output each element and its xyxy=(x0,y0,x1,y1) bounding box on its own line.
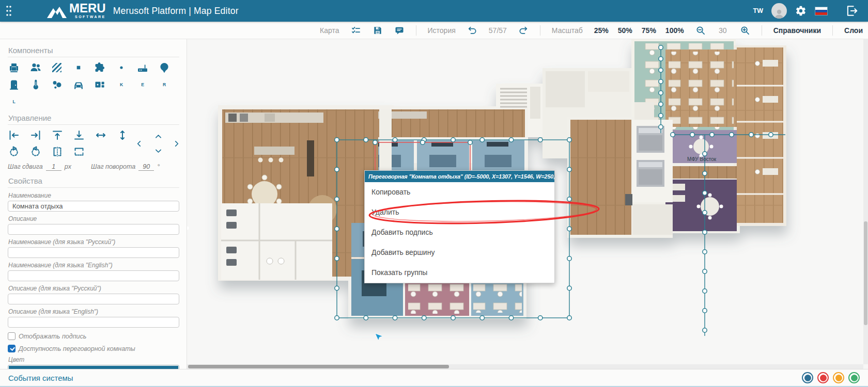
door-icon[interactable] xyxy=(8,78,20,91)
puzzle-icon[interactable] xyxy=(94,61,106,74)
flip-h-icon[interactable] xyxy=(51,146,64,158)
car-icon[interactable] xyxy=(72,78,85,91)
rotate-cw-icon[interactable] xyxy=(8,146,20,158)
context-menu-item[interactable]: Добавить вершину xyxy=(365,243,554,263)
align-right-icon[interactable] xyxy=(29,129,42,141)
rotate-ccw-icon[interactable] xyxy=(29,146,42,158)
zoom-value-input[interactable]: 30 xyxy=(717,26,729,35)
history-label: История xyxy=(428,26,456,35)
field-label: Наименование (для языка "English") xyxy=(8,262,179,269)
redo-icon[interactable] xyxy=(518,25,529,36)
main-area: Компоненты Управление Шаг сдвига 1 px Ша… xyxy=(0,39,868,369)
property-input[interactable] xyxy=(8,201,179,212)
align-bottom-icon[interactable] xyxy=(73,129,85,141)
key-e-icon[interactable] xyxy=(136,78,149,91)
property-input[interactable] xyxy=(8,224,179,235)
step-settings: Шаг сдвига 1 px Шаг поворота 90 ° xyxy=(8,163,179,171)
flag-russia-icon[interactable] xyxy=(815,7,828,15)
checkbox[interactable] xyxy=(8,332,16,340)
zoom-preset-25[interactable]: 25% xyxy=(594,26,609,35)
property-input[interactable] xyxy=(8,247,179,258)
map-pin-icon[interactable] xyxy=(375,333,383,341)
checklist-icon[interactable] xyxy=(351,25,361,36)
system-events-label[interactable]: События системы xyxy=(8,374,73,382)
references-button[interactable]: Справочники xyxy=(773,26,821,35)
property-input[interactable] xyxy=(8,294,179,304)
toolbar-divider xyxy=(832,25,833,36)
avatar[interactable] xyxy=(771,3,787,19)
context-menu: Переговорная "Комната отдыха" (ID=-5000,… xyxy=(364,170,555,283)
comment-icon[interactable] xyxy=(394,25,405,36)
workplace-icon[interactable] xyxy=(8,61,20,74)
property-input[interactable] xyxy=(8,270,179,281)
status-dot-blue-inner xyxy=(804,375,811,381)
vertical-scrollbar-thumb[interactable] xyxy=(864,221,867,326)
status-dot-blue[interactable] xyxy=(802,372,813,383)
context-menu-item[interactable]: Добавить подпись xyxy=(365,222,554,243)
color-select[interactable] xyxy=(8,365,179,369)
checkbox-label: Доступность переговорной комнаты xyxy=(19,345,135,352)
components-grid xyxy=(8,61,179,108)
resize-h-icon[interactable] xyxy=(95,129,107,141)
checkbox[interactable] xyxy=(8,345,16,352)
chevron-up-icon[interactable] xyxy=(154,132,163,141)
key-l-icon[interactable] xyxy=(8,95,20,108)
horizontal-scrollbar-thumb[interactable] xyxy=(188,365,449,368)
blocks-icon[interactable] xyxy=(94,78,106,91)
logout-icon[interactable] xyxy=(845,4,859,18)
align-left-icon[interactable] xyxy=(8,129,20,141)
properties-section-title: Свойства xyxy=(8,172,179,188)
context-menu-item[interactable]: Копировать xyxy=(365,182,554,202)
horizontal-scrollbar[interactable] xyxy=(187,364,863,369)
marker-icon[interactable] xyxy=(158,61,171,74)
hatch-icon[interactable] xyxy=(51,61,63,74)
map-label: Карта xyxy=(320,26,339,35)
property-input[interactable] xyxy=(8,317,179,328)
checkbox-row: Доступность переговорной комнаты xyxy=(8,345,179,352)
zone-icon[interactable] xyxy=(72,61,85,74)
bubbles-icon[interactable] xyxy=(51,78,63,91)
management-tools xyxy=(8,129,179,158)
status-dot-red[interactable] xyxy=(817,372,829,383)
vertical-scrollbar[interactable] xyxy=(863,39,868,364)
field-label: Наименование (для языка "Русский") xyxy=(8,238,179,246)
access-point-icon[interactable] xyxy=(115,61,128,74)
layers-button[interactable]: Слои xyxy=(844,26,863,35)
context-menu-item[interactable]: Показать группы xyxy=(365,263,554,283)
logo-subtext: SOFTWARE xyxy=(69,15,106,19)
undo-icon[interactable] xyxy=(467,25,477,36)
zoom-preset-100[interactable]: 100% xyxy=(665,26,684,35)
page-title: Merusoft Platform | Map Editor xyxy=(113,6,239,17)
zoom-preset-75[interactable]: 75% xyxy=(642,26,656,35)
key-k-icon[interactable] xyxy=(115,78,128,91)
save-icon[interactable] xyxy=(373,25,383,36)
zoom-preset-50[interactable]: 50% xyxy=(618,26,632,35)
topbar-actions: TW xyxy=(753,3,868,19)
management-section-title: Управление xyxy=(8,109,179,125)
menu-kebab-icon[interactable] xyxy=(0,0,18,22)
checkbox-row: Отображать подпись xyxy=(8,332,179,340)
align-top-icon[interactable] xyxy=(51,129,64,141)
gear-icon[interactable] xyxy=(795,5,807,17)
chevron-left-icon[interactable] xyxy=(135,139,144,148)
zoom-out-icon[interactable] xyxy=(695,25,706,36)
status-dot-orange[interactable] xyxy=(833,372,844,383)
users-icon[interactable] xyxy=(29,61,42,74)
flip-v-icon[interactable] xyxy=(73,146,85,158)
logo-mountain-icon xyxy=(47,6,67,19)
chevron-down-icon[interactable] xyxy=(154,147,163,155)
step-rotate-label: Шаг поворота xyxy=(91,163,135,170)
map-canvas[interactable]: МФУ Восток Переговорная "Комната отдыха"… xyxy=(187,39,868,369)
thermometer-icon[interactable] xyxy=(29,78,42,91)
key-r-icon[interactable] xyxy=(158,78,171,91)
logo-text: MERU xyxy=(69,1,106,15)
router-icon[interactable] xyxy=(136,61,149,74)
zoom-in-icon[interactable] xyxy=(740,25,750,36)
statusbar: События системы xyxy=(0,369,868,387)
chevron-right-icon[interactable] xyxy=(172,139,181,148)
step-rotate-input[interactable]: 90 xyxy=(138,163,154,171)
resize-v-icon[interactable] xyxy=(116,129,129,141)
status-dot-green[interactable] xyxy=(848,372,860,383)
step-shift-input[interactable]: 1 xyxy=(46,163,61,171)
context-menu-item[interactable]: Удалить xyxy=(365,202,554,222)
